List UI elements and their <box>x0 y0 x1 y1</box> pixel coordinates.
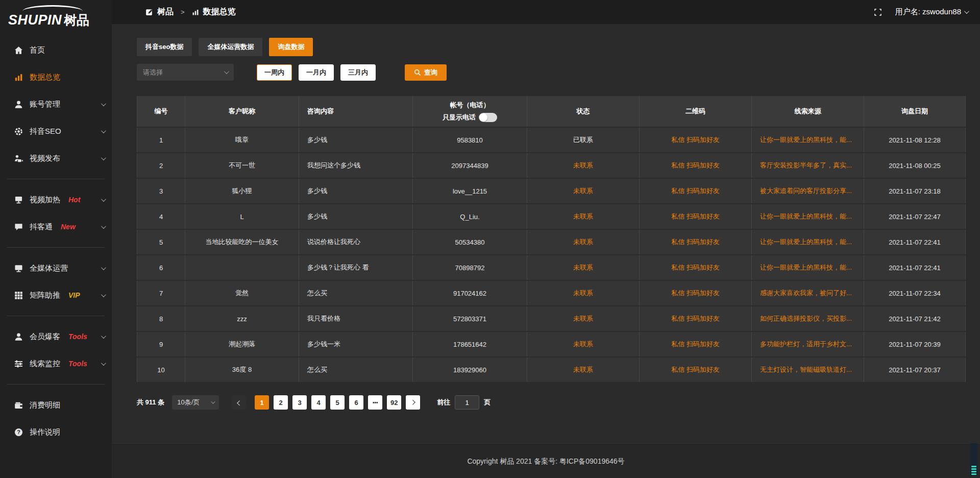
video-icon <box>14 154 23 163</box>
cell-qrcode[interactable]: 私信 扫码加好友 <box>640 179 752 203</box>
sidebar-item-video[interactable]: 视频发布 <box>0 148 112 169</box>
prev-page-button[interactable] <box>232 395 246 410</box>
cell-id: 7 <box>137 281 185 305</box>
tab-1[interactable]: 抖音seo数据 <box>137 38 192 56</box>
sidebar-item-user2[interactable]: 会员爆客Tools <box>0 326 112 347</box>
chevron-down-icon <box>101 361 106 366</box>
cell-content: 怎么买 <box>299 281 413 305</box>
sidebar-item-label: 抖音SEO <box>30 127 61 136</box>
page-button-1[interactable]: 1 <box>255 395 269 410</box>
cell-id: 1 <box>137 128 185 152</box>
phone-only-toggle[interactable] <box>479 113 497 122</box>
range-button-2[interactable]: 一月内 <box>299 64 334 81</box>
cell-nickname: zzz <box>185 306 299 331</box>
cell-source[interactable]: 让你一眼就爱上的黑科技，能... <box>752 204 864 229</box>
sidebar-item-home[interactable]: 首页 <box>0 40 112 60</box>
sidebar-item-monitor[interactable]: 全媒体运营 <box>0 258 112 278</box>
cell-status: 未联系 <box>527 255 640 280</box>
cell-source[interactable]: 如何正确选择投影仪，买投影... <box>752 306 864 331</box>
user-menu[interactable]: 用户名: zswodun88 <box>895 7 968 17</box>
page-button-4[interactable]: 4 <box>311 395 326 410</box>
chevron-down-icon <box>211 399 215 403</box>
range-button-1[interactable]: 一周内 <box>257 64 292 81</box>
sidebar-item-sliders[interactable]: 线索监控Tools <box>0 353 112 374</box>
goto-page-input[interactable] <box>455 395 479 410</box>
cell-id: 10 <box>137 357 185 382</box>
sidebar-item-chart[interactable]: 数据总览 <box>0 67 112 87</box>
cell-nickname: 不可一世 <box>185 153 299 178</box>
cell-qrcode[interactable]: 私信 扫码加好友 <box>640 281 752 305</box>
cell-status: 未联系 <box>527 179 640 203</box>
sidebar-item-label: 线索监控 <box>30 359 60 369</box>
col-id: 编号 <box>137 96 185 127</box>
cell-source[interactable]: 无主灯设计，智能磁吸轨道灯... <box>752 357 864 382</box>
page-button-2[interactable]: 2 <box>274 395 288 410</box>
toggle-knob <box>479 113 487 122</box>
chevron-down-icon <box>101 292 106 297</box>
table-row: 5当地比较能吃的一位美女说说价格让我死心50534380未联系私信 扫码加好友让… <box>137 230 966 254</box>
cell-qrcode[interactable]: 私信 扫码加好友 <box>640 357 752 382</box>
cell-status: 未联系 <box>527 357 640 382</box>
sidebar-item-grid[interactable]: 矩阵助推VIP <box>0 285 112 305</box>
range-button-3[interactable]: 三月内 <box>340 64 376 81</box>
tab-3[interactable]: 询盘数据 <box>269 38 313 56</box>
cell-source[interactable]: 多功能护栏灯，适用于乡村文... <box>752 332 864 356</box>
breadcrumb-current: 数据总览 <box>203 7 236 17</box>
cell-content: 多少钱 <box>299 179 413 203</box>
cell-qrcode[interactable]: 私信 扫码加好友 <box>640 306 752 331</box>
sidebar: SHUPIN 树品 首页数据总览账号管理抖音SEO视频发布视频加热Hot抖客通N… <box>0 0 112 478</box>
sidebar-item-label: 消费明细 <box>30 400 60 410</box>
cell-date: 2021-11-07 23:18 <box>864 179 966 203</box>
cell-source[interactable]: 客厅安装投影半年多了，真实... <box>752 153 864 178</box>
floating-service-widget[interactable] <box>970 443 977 476</box>
cell-account: 917024162 <box>413 281 527 305</box>
cell-source[interactable]: 被大家追着问的客厅投影分享... <box>752 179 864 203</box>
page-button-5[interactable]: 5 <box>330 395 345 410</box>
phone-only-label: 只显示电话 <box>443 113 476 122</box>
page-size-select[interactable]: 10条/页 <box>172 395 219 410</box>
cell-id: 8 <box>137 306 185 331</box>
sidebar-item-gear[interactable]: 抖音SEO <box>0 121 112 141</box>
next-page-button[interactable] <box>406 395 420 410</box>
cell-qrcode[interactable]: 私信 扫码加好友 <box>640 204 752 229</box>
table-row: 2不可一世我想问这个多少钱2097344839未联系私信 扫码加好友客厅安装投影… <box>137 153 966 178</box>
cell-date: 2021-11-07 22:41 <box>864 230 966 254</box>
page-button-92[interactable]: 92 <box>387 395 401 410</box>
cell-qrcode[interactable]: 私信 扫码加好友 <box>640 230 752 254</box>
search-button[interactable]: 查询 <box>405 64 447 81</box>
cell-source[interactable]: 感谢大家喜欢我家，被问了好... <box>752 281 864 305</box>
sidebar-item-wallet[interactable]: 消费明细 <box>0 395 112 415</box>
filter-select[interactable]: 请选择 <box>137 64 234 81</box>
sidebar-item-label: 矩阵助推 <box>30 291 60 300</box>
sidebar-item-label: 视频加热 <box>30 195 60 205</box>
cell-qrcode[interactable]: 私信 扫码加好友 <box>640 332 752 356</box>
breadcrumb-root[interactable]: 树品 <box>157 7 174 17</box>
app-window: SHUPIN 树品 首页数据总览账号管理抖音SEO视频发布视频加热Hot抖客通N… <box>0 0 980 478</box>
page-button-3[interactable]: 3 <box>292 395 307 410</box>
sidebar-item-user[interactable]: 账号管理 <box>0 94 112 114</box>
cell-source[interactable]: 让你一眼就爱上的黑科技，能... <box>752 255 864 280</box>
sidebar-divider <box>7 247 105 248</box>
cell-qrcode[interactable]: 私信 扫码加好友 <box>640 255 752 280</box>
cell-content: 我只看价格 <box>299 306 413 331</box>
cell-content: 我想问这个多少钱 <box>299 153 413 178</box>
page-button-6[interactable]: 6 <box>349 395 363 410</box>
sidebar-item-question[interactable]: ?操作说明 <box>0 422 112 442</box>
fullscreen-icon[interactable] <box>874 8 882 16</box>
col-nickname: 客户昵称 <box>185 96 299 127</box>
table-row: 1036度 8怎么买183929060未联系私信 扫码加好友无主灯设计，智能磁吸… <box>137 357 966 382</box>
user2-icon <box>14 332 23 341</box>
sidebar-item-label: 操作说明 <box>30 427 60 437</box>
sidebar-item-heat[interactable]: 视频加热Hot <box>0 189 112 210</box>
table-row: 6多少钱？让我死心 看70898792未联系私信 扫码加好友让你一眼就爱上的黑科… <box>137 255 966 280</box>
cell-qrcode[interactable]: 私信 扫码加好友 <box>640 153 752 178</box>
cell-qrcode[interactable]: 私信 扫码加好友 <box>640 128 752 152</box>
cell-source[interactable]: 让你一眼就爱上的黑科技，能... <box>752 230 864 254</box>
breadcrumb-separator: > <box>181 8 185 16</box>
chart-icon <box>14 73 23 82</box>
sidebar-item-chat[interactable]: 抖客通New <box>0 217 112 237</box>
svg-text:?: ? <box>17 429 20 435</box>
tab-2[interactable]: 全媒体运营数据 <box>199 38 262 56</box>
cell-source[interactable]: 让你一眼就爱上的黑科技，能... <box>752 128 864 152</box>
page-ellipsis-button[interactable]: ••• <box>368 395 382 410</box>
